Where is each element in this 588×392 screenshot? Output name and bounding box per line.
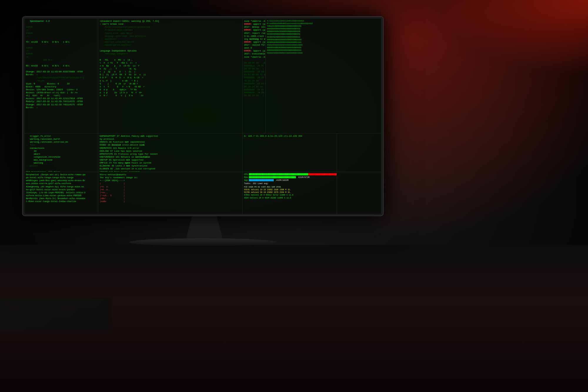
swp-label: Swp	[244, 179, 248, 181]
tasks-row: Tasks: 152 Load avg:	[244, 182, 335, 185]
panel-vi-status: A: 184.7 Vi 209.9 A-Vi-25.123 cti-14.229…	[243, 134, 337, 172]
panel-compiler: <standard input>:18641: warning [p 269, …	[98, 19, 242, 133]
process-row-2: 55705 netcon1 39 19 23992 2576 2344 R 15…	[244, 191, 335, 194]
panel-empty-2	[337, 172, 381, 214]
cpu-row: CPU[████████████████████████████████████…	[244, 173, 335, 176]
panel-empty-1	[337, 134, 381, 172]
load-label: Load avg:	[258, 182, 269, 185]
keyboard	[0, 298, 112, 333]
tasks-label: Tasks: 152	[244, 182, 256, 185]
swp-row: Swp[████████████████████ ]432M/1022M	[244, 179, 335, 182]
sysmon-content: Speedometer 2.0 32MiB /s 32KiB /s TX: en…	[26, 20, 96, 109]
mem-row: Mem[████████████████████████████████████…	[244, 176, 335, 179]
process-row-4: 4826 netcon1 20 0 655M 25200 11900 S 11.…	[244, 197, 335, 199]
process-header: PID USER PR NI VIRT RES SHR CPU%	[244, 186, 335, 189]
ssh-key-content: 91v+u netcon1@ubuntu The key's randomart…	[100, 173, 241, 203]
panel-htop: CPU[████████████████████████████████████…	[243, 172, 337, 214]
vi-status-content: A: 184.7 Vi 209.9 A-Vi-25.123 cti-14.229…	[244, 135, 335, 138]
monitor-screen: Speedometer 2.0 32MiB /s 32KiB /s TX: en…	[24, 19, 381, 214]
panel-nato: Derphattat (Derph-att-at) Delta-echo-rom…	[24, 172, 98, 214]
mem-label: Mem	[244, 176, 248, 179]
process-row-3: 47651 netcon1 20 0 65012 31712 11900 S 1…	[244, 194, 335, 196]
fstree-content: trigger_fs_error warning_ratelimit_burst…	[26, 135, 96, 172]
panel-sysmon: Speedometer 2.0 32MiB /s 32KiB /s TX: en…	[24, 19, 98, 133]
cpu-label: CPU	[244, 173, 248, 176]
compiler-content: <standard input>:18641: warning [p 269, …	[100, 20, 241, 97]
errcodes-content: EAFNOSUPPORT 97 Address family not suppo…	[100, 135, 241, 172]
panel-ssh-key: 91v+u netcon1@ubuntu The key's randomart…	[98, 172, 242, 214]
nato-content: Derphattat (Derph-att-at) Delta-echo-rom…	[26, 173, 96, 203]
panel-fstree: trigger_fs_error warning_ratelimit_burst…	[24, 134, 98, 172]
monitor-bezel: Speedometer 2.0 32MiB /s 32KiB /s TX: en…	[22, 16, 384, 216]
process-row-1: 55531 netcon1 19 19 23992 2508 2300 R 15…	[244, 189, 335, 191]
panel-errcodes: EAFNOSUPPORT 97 Address family not suppo…	[98, 134, 242, 172]
matrix-content: x:lllllloillocilloolllooooooxo O:xxdddxx…	[267, 20, 379, 54]
panel-matrix: x:lllllloillocilloolllooooooxo O:xxdddxx…	[265, 19, 380, 133]
